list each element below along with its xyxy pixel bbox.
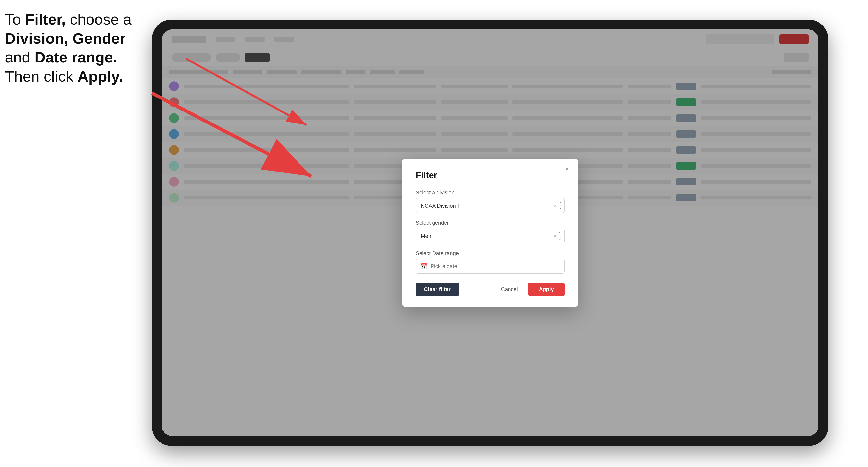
then-apply: Then click Apply. <box>5 68 123 85</box>
tablet-screen: × Filter Select a division NCAA Division… <box>162 29 818 436</box>
apply-bold: Apply. <box>78 68 123 85</box>
filter-modal: × Filter Select a division NCAA Division… <box>402 158 578 307</box>
modal-close-button[interactable]: × <box>563 164 571 173</box>
instruction-text: To Filter, choose a Division, Gender and… <box>5 10 147 86</box>
date-input-wrapper: 📅 <box>415 259 565 274</box>
division-label: Select a division <box>415 189 565 196</box>
tablet-frame: × Filter Select a division NCAA Division… <box>152 20 828 446</box>
date-range-field: Select Date range 📅 <box>415 250 565 274</box>
modal-title: Filter <box>415 170 565 181</box>
gender-clear-icon[interactable]: × <box>554 234 557 239</box>
gender-label: Select gender <box>415 220 565 226</box>
gender-select-icons: × ⌃⌄ <box>554 231 562 240</box>
instruction-line1: To Filter, choose a <box>5 11 132 28</box>
division-clear-icon[interactable]: × <box>554 203 557 208</box>
gender-select-wrapper: Men × ⌃⌄ <box>415 228 565 243</box>
division-field: Select a division NCAA Division I × ⌃⌄ <box>415 189 565 213</box>
date-range-label: Select Date range <box>415 250 565 256</box>
division-select[interactable]: NCAA Division I <box>415 198 565 213</box>
modal-footer-right: Cancel Apply <box>493 282 565 296</box>
date-range-input[interactable] <box>415 259 565 274</box>
division-select-icons: × ⌃⌄ <box>554 201 562 210</box>
apply-button[interactable]: Apply <box>528 282 565 296</box>
date-range-bold: Date range. <box>35 49 117 66</box>
close-icon: × <box>565 165 569 172</box>
division-chevron-icon: ⌃⌄ <box>558 201 562 210</box>
and-date-range: and Date range. <box>5 49 117 66</box>
gender-field: Select gender Men × ⌃⌄ <box>415 220 565 243</box>
gender-chevron-icon: ⌃⌄ <box>558 231 562 240</box>
division-gender-bold: Division, Gender <box>5 30 126 47</box>
cancel-button[interactable]: Cancel <box>493 282 525 296</box>
division-select-wrapper: NCAA Division I × ⌃⌄ <box>415 198 565 213</box>
calendar-icon: 📅 <box>420 263 427 270</box>
filter-bold: Filter, <box>25 11 66 28</box>
gender-select[interactable]: Men <box>415 228 565 243</box>
clear-filter-button[interactable]: Clear filter <box>415 282 459 296</box>
modal-overlay: × Filter Select a division NCAA Division… <box>162 29 818 436</box>
modal-footer: Clear filter Cancel Apply <box>415 282 565 296</box>
